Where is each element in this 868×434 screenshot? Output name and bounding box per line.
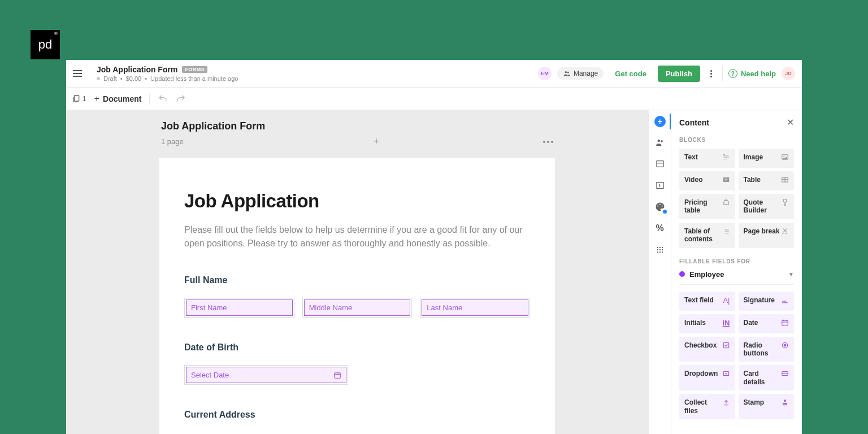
svg-rect-2 xyxy=(75,96,79,101)
manage-button[interactable]: Manage xyxy=(557,67,604,80)
status-label: Draft xyxy=(103,75,117,82)
card-icon xyxy=(781,370,789,377)
field-radio[interactable]: Radio buttons xyxy=(739,337,795,362)
textfield-icon: A| xyxy=(723,296,730,305)
chevron-down-icon: ▼ xyxy=(788,271,794,277)
svg-point-18 xyxy=(659,251,660,253)
rail-design-icon[interactable] xyxy=(654,201,666,213)
form-heading: Job Application xyxy=(184,190,530,212)
svg-rect-28 xyxy=(723,372,728,376)
document-button[interactable]: + Document xyxy=(94,94,142,104)
undo-icon[interactable] xyxy=(158,94,168,104)
redo-icon[interactable] xyxy=(176,94,186,104)
document-label: Document xyxy=(103,94,141,103)
people-icon xyxy=(563,70,571,77)
forms-badge: FORMS xyxy=(182,66,207,73)
top-bar: Job Application Form FORMS Draft • $0.00… xyxy=(66,60,802,88)
get-code-button[interactable]: Get code xyxy=(609,66,652,81)
field-date[interactable]: Date xyxy=(739,314,795,333)
field-signature[interactable]: Signature xyxy=(739,292,795,311)
menu-icon[interactable] xyxy=(73,67,86,80)
svg-point-10 xyxy=(661,205,662,206)
more-icon[interactable] xyxy=(706,70,717,77)
video-icon xyxy=(722,176,730,184)
table-icon xyxy=(781,176,789,184)
field-collect[interactable]: Collect files xyxy=(679,394,735,419)
last-name-field[interactable] xyxy=(422,300,528,316)
svg-point-12 xyxy=(659,247,660,248)
page-more-icon[interactable] xyxy=(543,141,553,143)
svg-point-4 xyxy=(657,140,660,142)
first-name-field[interactable] xyxy=(186,300,293,316)
date-field[interactable]: Select Date xyxy=(186,367,346,383)
status-dot-icon xyxy=(97,77,100,80)
svg-point-17 xyxy=(657,251,658,253)
field-initials[interactable]: InitialsIN xyxy=(679,314,735,333)
upload-icon xyxy=(722,398,730,406)
svg-point-27 xyxy=(784,344,786,346)
rail-layout-icon[interactable] xyxy=(654,158,666,170)
brand-logo: pd® xyxy=(31,30,60,59)
updated-label: Updated less than a minute ago xyxy=(150,75,238,82)
quote-icon xyxy=(781,198,789,206)
canvas-title: Job Application Form xyxy=(161,120,555,132)
svg-point-14 xyxy=(657,249,658,250)
blocks-header: BLOCKS xyxy=(679,137,794,143)
svg-point-8 xyxy=(657,205,658,206)
copies-icon xyxy=(72,94,81,103)
svg-rect-6 xyxy=(657,161,663,167)
block-pagebreak[interactable]: Page break xyxy=(739,223,795,248)
svg-point-13 xyxy=(661,247,662,248)
svg-point-16 xyxy=(661,249,662,250)
need-help-button[interactable]: ? Need help xyxy=(728,69,776,78)
block-table[interactable]: Table xyxy=(739,171,795,190)
pagebreak-icon xyxy=(781,227,789,235)
toc-icon xyxy=(722,227,730,235)
dob-label: Date of Birth xyxy=(184,342,530,353)
form-page: Job Application Please fill out the fiel… xyxy=(159,158,555,434)
field-stamp[interactable]: Stamp xyxy=(739,394,795,419)
rail-add-icon[interactable]: + xyxy=(654,116,666,127)
svg-rect-24 xyxy=(782,320,788,325)
block-quote[interactable]: Quote Builder xyxy=(739,194,795,219)
block-pricing[interactable]: Pricing table xyxy=(679,194,735,219)
copies-button[interactable]: 1 xyxy=(72,94,86,103)
block-toc[interactable]: Table of contents xyxy=(679,223,735,248)
plus-icon: + xyxy=(94,94,99,104)
right-rail: + % xyxy=(648,110,671,434)
add-page-icon[interactable]: + xyxy=(373,136,379,147)
address-label: Current Address xyxy=(184,410,530,420)
svg-point-5 xyxy=(661,140,663,142)
rail-apps-icon[interactable] xyxy=(654,244,666,256)
publish-button[interactable]: Publish xyxy=(658,66,700,82)
toolbar: 1 + Document xyxy=(66,88,802,110)
field-card[interactable]: Card details xyxy=(739,365,795,390)
date-icon xyxy=(781,319,789,327)
middle-name-field[interactable] xyxy=(304,300,411,316)
field-checkbox[interactable]: Checkbox xyxy=(679,337,735,362)
image-icon xyxy=(781,153,789,161)
rail-people-icon[interactable] xyxy=(654,136,666,149)
fillable-header: FILLABLE FIELDS FOR xyxy=(679,258,794,264)
employee-selector[interactable]: Employee ▼ xyxy=(679,270,794,285)
rail-variables-icon[interactable] xyxy=(654,179,666,192)
panel-title: Content xyxy=(679,118,709,127)
manage-label: Manage xyxy=(574,70,598,77)
svg-point-0 xyxy=(565,71,567,73)
block-image[interactable]: Image xyxy=(739,149,795,168)
block-text[interactable]: Text xyxy=(679,149,735,168)
field-text[interactable]: Text fieldA| xyxy=(679,292,735,311)
field-dropdown[interactable]: Dropdown xyxy=(679,365,735,390)
avatar-jd[interactable]: JD xyxy=(782,67,795,80)
rail-percent-icon[interactable]: % xyxy=(654,222,666,235)
doc-title: Job Application Form xyxy=(97,65,177,74)
full-name-label: Full Name xyxy=(184,275,530,285)
text-icon xyxy=(722,153,730,161)
close-icon[interactable]: ✕ xyxy=(787,117,794,128)
avatar-em[interactable]: EM xyxy=(538,67,552,80)
calendar-icon xyxy=(333,371,341,379)
pricing-icon xyxy=(722,198,730,206)
page-count: 1 page xyxy=(161,137,184,146)
dropdown-icon xyxy=(722,370,730,377)
block-video[interactable]: Video xyxy=(679,171,735,190)
